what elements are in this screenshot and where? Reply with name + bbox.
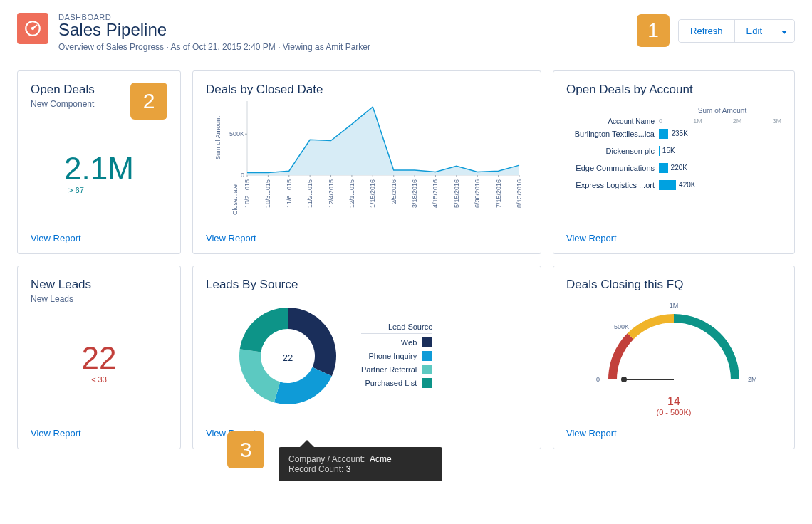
card-open-deals: Open Deals New Component 2 2.1M > 67 Vie…: [17, 70, 181, 254]
card-title: Deals Closing this FQ: [566, 278, 781, 292]
donut-center-value: 22: [283, 352, 293, 362]
view-report-link[interactable]: View Report: [566, 428, 781, 439]
dashboard-icon: [17, 13, 48, 44]
card-subtitle: New Leads: [31, 294, 167, 304]
legend-swatch: [422, 378, 432, 388]
legend-swatch: [422, 365, 432, 374]
page-header: DASHBOARD Sales Pipeline Overview of Sal…: [0, 0, 812, 62]
card-new-leads: New Leads New Leads 22 < 33 View Report: [17, 266, 181, 449]
legend-label: Phone Inquiry: [368, 352, 417, 360]
header-actions: 1 Refresh Edit: [637, 14, 795, 47]
legend-label: Purchased List: [365, 379, 417, 387]
card-subtitle: New Component: [31, 99, 95, 109]
bar-track: 420K: [659, 180, 781, 190]
bar-row-header: Account Name: [566, 117, 659, 125]
tooltip-val-1: Acme: [370, 454, 392, 464]
donut-chart: 22 Lead Source WebPhone InquiryPartner R…: [206, 292, 528, 422]
gauge-value: 14: [592, 395, 756, 408]
svg-text:4/15/2016: 4/15/2016: [432, 179, 439, 208]
svg-text:7/15/2016: 7/15/2016: [495, 179, 502, 208]
svg-text:12/1...015: 12/1...015: [348, 179, 355, 208]
card-open-deals-by-account: Open Deals by Account Sum of Amount Acco…: [553, 70, 795, 254]
new-leads-threshold: < 33: [82, 375, 117, 384]
svg-text:3/18/2016: 3/18/2016: [411, 179, 418, 208]
card-title: New Leads: [31, 278, 167, 292]
tooltip-val-2: 3: [346, 464, 351, 474]
svg-point-38: [621, 377, 627, 382]
svg-text:1/15/2016: 1/15/2016: [369, 179, 376, 208]
legend-row: Phone Inquiry: [361, 351, 432, 361]
gauge-chart: 0500K1M2M 14 (0 - 500K): [566, 292, 781, 422]
more-actions-button[interactable]: [774, 20, 794, 42]
refresh-button[interactable]: Refresh: [679, 20, 735, 42]
svg-text:0: 0: [241, 172, 244, 179]
svg-text:0: 0: [596, 376, 600, 383]
callout-3: 3: [227, 431, 264, 468]
page-title: Sales Pipeline: [58, 20, 637, 40]
legend-title: Lead Source: [361, 323, 432, 334]
svg-text:11/6...015: 11/6...015: [286, 179, 293, 208]
svg-text:1M: 1M: [670, 302, 679, 309]
caret-down-icon: [781, 31, 787, 34]
view-report-link[interactable]: View Report: [566, 233, 781, 243]
bar-track: 15K: [659, 146, 781, 156]
legend-swatch: [422, 337, 432, 347]
svg-text:2/5/2016: 2/5/2016: [390, 179, 397, 204]
svg-text:5/15/2016: 5/15/2016: [453, 179, 460, 208]
card-title: Deals by Closed Date: [206, 83, 528, 97]
svg-text:500K: 500K: [229, 130, 244, 137]
card-title: Open Deals: [31, 83, 95, 97]
bar-chart: Sum of Amount Account Name 01M2M3M Burli…: [566, 97, 781, 227]
view-report-link[interactable]: View Report: [31, 233, 167, 243]
bar-row: Dickenson plc 15K: [566, 142, 781, 159]
dashboard-grid: Open Deals New Component 2 2.1M > 67 Vie…: [0, 62, 812, 458]
bar-label: Express Logistics ...ort: [566, 181, 659, 189]
card-deals-closing-fq: Deals Closing this FQ 0500K1M2M 14 (0 - …: [553, 266, 795, 449]
open-deals-threshold: > 67: [64, 186, 134, 194]
svg-text:2M: 2M: [748, 376, 756, 383]
tooltip-key-2: Record Count:: [288, 464, 343, 474]
bar-label: Edge Communications: [566, 164, 659, 172]
svg-text:10/2...015: 10/2...015: [244, 179, 251, 208]
svg-text:6/30/2016: 6/30/2016: [474, 179, 481, 208]
svg-text:10/3...015: 10/3...015: [264, 179, 271, 208]
card-deals-by-closed-date: Deals by Closed Date 0500K10/2...01510/3…: [192, 70, 541, 254]
gauge-range: (0 - 500K): [592, 408, 756, 416]
title-block: DASHBOARD Sales Pipeline Overview of Sal…: [58, 13, 637, 52]
bar-row: Edge Communications 220K: [566, 159, 781, 177]
svg-text:8/13/2016: 8/13/2016: [516, 179, 523, 208]
page-subtitle: Overview of Sales Progress · As of Oct 2…: [58, 42, 637, 52]
bar-label: Dickenson plc: [566, 147, 659, 155]
card-title: Leads By Source: [206, 278, 528, 292]
callout-2: 2: [130, 83, 167, 120]
open-deals-value: 2.1M: [64, 153, 134, 184]
legend-row: Web: [361, 337, 432, 347]
legend-swatch: [422, 351, 432, 361]
bar-label: Burlington Textiles...ica: [566, 130, 659, 138]
svg-text:12/4/2015: 12/4/2015: [328, 179, 335, 208]
edit-button[interactable]: Edit: [735, 20, 774, 42]
svg-text:Close...ate: Close...ate: [231, 184, 239, 215]
legend-label: Web: [401, 338, 417, 347]
donut-legend: Lead Source WebPhone InquiryPartner Refe…: [361, 323, 432, 392]
card-leads-by-source: Leads By Source 22 Lead Source WebPhone …: [192, 266, 541, 449]
svg-text:500K: 500K: [614, 323, 629, 330]
metric-body: 22 < 33: [31, 304, 167, 422]
card-title: Open Deals by Account: [566, 83, 781, 97]
legend-row: Partner Referral: [361, 365, 432, 374]
bar-track: 220K: [659, 163, 781, 173]
view-report-link[interactable]: View Report: [206, 233, 528, 243]
callout-1: 1: [637, 14, 670, 47]
svg-text:Sum of Amount: Sum of Amount: [214, 116, 222, 160]
legend-label: Partner Referral: [361, 365, 417, 374]
bar-row: Burlington Textiles...ica 235K: [566, 125, 781, 142]
bar-axis-title: Sum of Amount: [663, 107, 781, 115]
metric-body: 2.1M > 67: [31, 120, 167, 227]
tooltip-key-1: Company / Account:: [288, 454, 365, 464]
svg-point-1: [31, 27, 34, 30]
bar-track: 235K: [659, 129, 781, 139]
chart-tooltip: Company / Account: Acme Record Count: 3: [279, 447, 442, 481]
legend-row: Purchased List: [361, 378, 432, 388]
view-report-link[interactable]: View Report: [31, 428, 167, 439]
action-button-group: Refresh Edit: [678, 19, 795, 43]
